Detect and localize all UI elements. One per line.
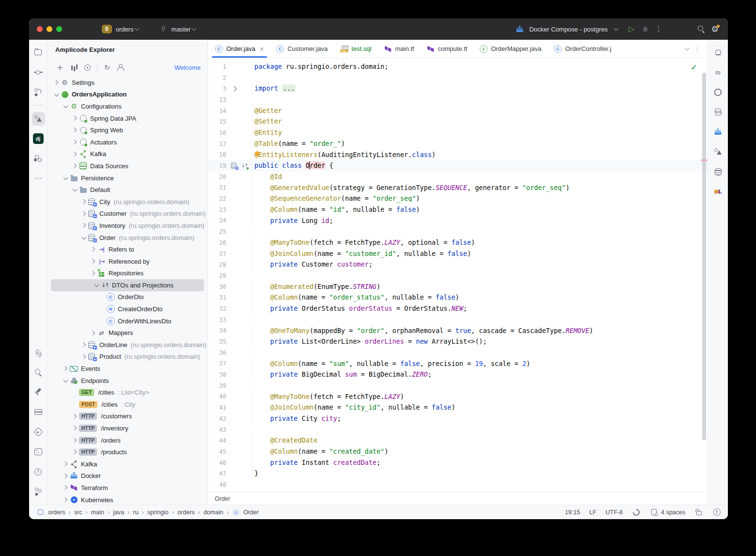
code-line-17[interactable]: 17@Table(name = "order_") bbox=[208, 138, 708, 149]
tool-build-button[interactable] bbox=[32, 385, 45, 399]
line-number[interactable]: 39 bbox=[208, 382, 226, 389]
tool-version-control-button[interactable] bbox=[32, 485, 45, 498]
tab-compute-tf[interactable]: compute.tf bbox=[420, 40, 473, 58]
encoding-widget[interactable]: UTF-8 bbox=[606, 509, 623, 516]
tree-chevron-icon[interactable] bbox=[62, 475, 70, 478]
code-line-2[interactable]: 2 bbox=[208, 72, 708, 83]
code-line-3[interactable]: 3import ... bbox=[208, 83, 708, 94]
gutter[interactable] bbox=[226, 87, 252, 91]
code-line-43[interactable]: 43 bbox=[208, 424, 708, 435]
tab-test-sql[interactable]: test.sql bbox=[334, 40, 378, 58]
line-number[interactable]: 26 bbox=[208, 239, 226, 246]
code-line-29[interactable]: 29 bbox=[208, 270, 708, 281]
line-number[interactable]: 27 bbox=[208, 250, 226, 257]
line-number[interactable]: 2 bbox=[208, 74, 226, 81]
toolbar-refresh-button[interactable] bbox=[101, 62, 113, 73]
code-line-20[interactable]: 20 @Id bbox=[208, 171, 708, 182]
line-number[interactable]: 30 bbox=[208, 283, 226, 290]
line-number[interactable]: 18 bbox=[208, 151, 226, 158]
progress-ring-icon[interactable] bbox=[632, 508, 641, 517]
run-configuration[interactable]: Docker Compose - postgres bbox=[529, 26, 608, 33]
code-line-14[interactable]: 14@Getter bbox=[208, 105, 708, 116]
tool-commit-button[interactable] bbox=[32, 65, 45, 79]
tool-problems-button[interactable] bbox=[32, 465, 45, 478]
run-button[interactable] bbox=[627, 25, 636, 33]
code-line-45[interactable]: 45 @Column(name = "created_date") bbox=[208, 446, 708, 457]
line-number[interactable]: 21 bbox=[208, 184, 226, 191]
code-line-18[interactable]: 18@EntityListeners(AuditingEntityListene… bbox=[208, 149, 708, 160]
line-number[interactable]: 28 bbox=[208, 261, 226, 268]
path-segment-src[interactable]: src bbox=[74, 509, 82, 516]
tool-django-button[interactable] bbox=[32, 132, 45, 145]
tree-item-data-sources[interactable]: Data Sources bbox=[47, 160, 207, 172]
tool-amplicode-button[interactable] bbox=[711, 145, 725, 159]
tree-item-referenced-by[interactable]: Referenced by bbox=[47, 255, 207, 268]
line-number[interactable]: 14 bbox=[208, 107, 226, 114]
code-line-27[interactable]: 27 @JoinColumn(name = "customer_id", nul… bbox=[208, 248, 708, 259]
code-line-22[interactable]: 22 @SequenceGenerator(name = "order_seq"… bbox=[208, 193, 708, 204]
tool-maven-button[interactable] bbox=[711, 65, 725, 79]
tabs-dropdown-icon[interactable] bbox=[683, 46, 690, 52]
tree-item-terraform[interactable]: Terraform bbox=[47, 482, 207, 494]
tree-chevron-icon[interactable] bbox=[62, 367, 70, 370]
line-number[interactable]: 3 bbox=[208, 85, 226, 92]
more-actions-button[interactable] bbox=[654, 25, 663, 33]
code-line-32[interactable]: 32 private OrderStatus orderStatus = Ord… bbox=[208, 303, 708, 314]
tree-item-spring-web[interactable]: Spring Web bbox=[47, 124, 207, 136]
gutter[interactable] bbox=[226, 161, 252, 170]
line-number[interactable]: 15 bbox=[208, 118, 226, 125]
tree-chevron-icon[interactable] bbox=[62, 105, 70, 108]
tool-more-tools-button[interactable] bbox=[32, 172, 45, 185]
tree-chevron-icon[interactable] bbox=[71, 450, 79, 454]
tab-customer-java[interactable]: Customer.java bbox=[270, 40, 334, 58]
tool-notifications-button[interactable] bbox=[711, 46, 725, 59]
editor-breadcrumb[interactable]: Order bbox=[208, 492, 708, 505]
line-number[interactable]: 40 bbox=[208, 393, 226, 400]
tree-chevron-icon[interactable] bbox=[71, 164, 79, 168]
tabs-more-icon[interactable] bbox=[693, 45, 702, 53]
line-number[interactable]: 31 bbox=[208, 294, 226, 301]
tree-item-order[interactable]: Order(ru.springio.orders.domain) bbox=[47, 232, 207, 244]
line-number[interactable]: 46 bbox=[208, 459, 226, 466]
tool-python-packages-button[interactable] bbox=[711, 105, 725, 119]
search-everywhere-button[interactable] bbox=[697, 25, 706, 33]
tree-item-docker[interactable]: Docker bbox=[47, 470, 207, 482]
code-line-34[interactable]: 34 @OneToMany(mappedBy = "order", orphan… bbox=[208, 325, 708, 336]
tree-chevron-icon[interactable] bbox=[52, 81, 61, 84]
code-line-33[interactable]: 33 bbox=[208, 314, 708, 325]
code-editor[interactable]: 1package ru.springio.orders.domain;23imp… bbox=[208, 58, 708, 492]
line-ending-widget[interactable]: LF bbox=[589, 509, 597, 516]
line-number[interactable]: 1 bbox=[208, 63, 226, 70]
tool-pull-requests-button[interactable] bbox=[32, 85, 45, 99]
tree-chevron-icon[interactable] bbox=[71, 141, 79, 144]
path-segment-orders[interactable]: orders bbox=[177, 509, 194, 516]
toolbar-user-button[interactable] bbox=[115, 62, 126, 73]
tree-item-kafka[interactable]: Kafka bbox=[47, 148, 207, 160]
line-number[interactable]: 38 bbox=[208, 371, 226, 378]
tree-item-events[interactable]: Events bbox=[47, 363, 207, 375]
tree-item-dtos-and-projections[interactable]: DTOs and Projections bbox=[51, 279, 204, 291]
path-segment-ru[interactable]: ru bbox=[133, 509, 139, 516]
code-line-39[interactable]: 39 bbox=[208, 380, 708, 391]
line-number[interactable]: 19 bbox=[208, 162, 226, 169]
tool-mapstruct-button[interactable] bbox=[711, 185, 725, 198]
tree-item-kubernetes[interactable]: Kubernetes bbox=[47, 494, 207, 505]
tree-chevron-icon[interactable] bbox=[62, 380, 70, 382]
tree-chevron-icon[interactable] bbox=[80, 237, 88, 239]
settings-button[interactable] bbox=[710, 25, 719, 33]
tool-structure-button[interactable] bbox=[32, 152, 45, 165]
line-number[interactable]: 41 bbox=[208, 404, 226, 411]
code-line-30[interactable]: 30 @Enumerated(EnumType.STRING) bbox=[208, 281, 708, 292]
path-segment-order[interactable]: Order bbox=[243, 509, 259, 516]
line-number[interactable]: 43 bbox=[208, 426, 226, 433]
editor-scrollbar[interactable] bbox=[702, 73, 706, 440]
code-line-37[interactable]: 37 @Column(name = "sum", nullable = fals… bbox=[208, 358, 708, 369]
tree-chevron-icon[interactable] bbox=[93, 284, 101, 286]
code-line-25[interactable]: 25 bbox=[208, 226, 708, 237]
tree-chevron-icon[interactable] bbox=[71, 189, 79, 191]
tree-chevron-icon[interactable] bbox=[80, 355, 88, 359]
tree-item-orderdto[interactable]: OrderDto bbox=[47, 291, 207, 303]
code-line-44[interactable]: 44 @CreatedDate bbox=[208, 435, 708, 446]
path-segment-orders[interactable]: orders bbox=[48, 509, 65, 516]
tree-item-endpoints[interactable]: Endpoints bbox=[47, 375, 207, 387]
